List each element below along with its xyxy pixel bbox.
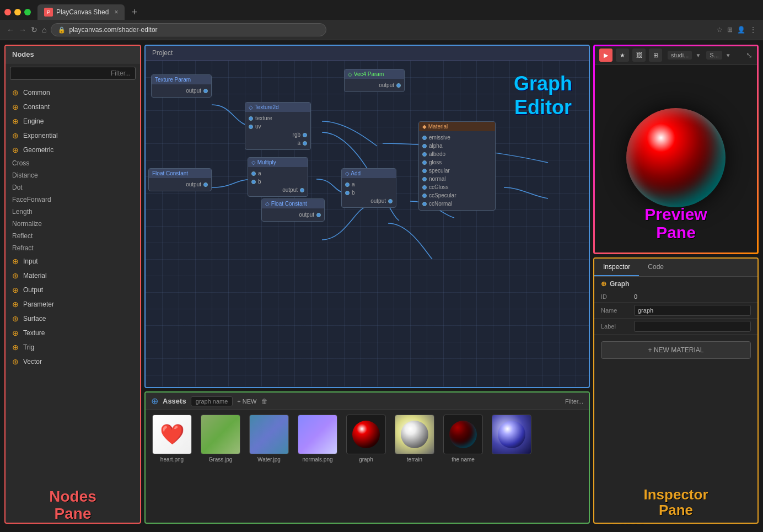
inspector-pane: Inspector Code ⊕ Graph ID 0 Name Label +… — [593, 257, 759, 524]
assets-tab-name[interactable]: graph name — [191, 396, 233, 406]
sidebar-item-material[interactable]: ⊕ Material — [6, 268, 140, 283]
sidebar-item-exponential[interactable]: ⊕ Exponential — [6, 128, 140, 143]
minimize-button[interactable] — [14, 9, 21, 15]
port-dot-out — [203, 182, 208, 187]
nodes-filter-input[interactable] — [10, 67, 136, 80]
port-ccgloss: ccGloss — [422, 183, 492, 191]
preview-tab-studio[interactable]: studi... — [668, 51, 692, 60]
port-albedo: albedo — [422, 150, 492, 158]
tab-close-button[interactable]: × — [114, 8, 118, 16]
preview-play-button[interactable]: ▶ — [599, 49, 612, 62]
preview-scene-button[interactable]: ⊞ — [649, 49, 662, 62]
assets-filter-button[interactable]: Filter... — [565, 398, 583, 405]
sidebar-item-texture[interactable]: ⊕ Texture — [6, 326, 140, 340]
sidebar-item-surface[interactable]: ⊕ Surface — [6, 311, 140, 326]
node-item-length[interactable]: Length — [6, 206, 140, 218]
asset-normals[interactable]: normals.png — [295, 415, 340, 516]
preview-pane-label: Preview Pane — [595, 205, 757, 241]
nodes-list: ⊕ Common ⊕ Constant ⊕ Engine ⊕ Exponenti… — [6, 83, 140, 484]
extensions-icon[interactable]: ⊞ — [727, 26, 733, 34]
active-tab[interactable]: P PlayCanvas Shed × — [37, 4, 125, 20]
preview-image-button[interactable]: 🖼 — [632, 49, 646, 62]
node-item-normalize[interactable]: Normalize — [6, 218, 140, 230]
home-button[interactable]: ⌂ — [42, 25, 46, 34]
port-a: a — [251, 169, 304, 178]
inspector-pane-label: Inspector Pane — [599, 487, 753, 518]
sidebar-item-common[interactable]: ⊕ Common — [6, 85, 140, 100]
node-float-constant-2[interactable]: ◇ Float Constant output — [261, 198, 325, 222]
tab-label: PlayCanvas Shed — [56, 8, 109, 16]
node-vec4-param[interactable]: ◇ Vec4 Param output — [344, 69, 405, 92]
preview-star-button[interactable]: ★ — [616, 49, 629, 62]
tab-code[interactable]: Code — [639, 259, 673, 276]
assets-grid: ❤️ heart.png Grass.jpg Water.jpg normals… — [146, 410, 589, 520]
node-vec4-param-header: ◇ Vec4 Param — [345, 69, 404, 79]
asset-thumb-graph — [346, 415, 386, 454]
node-item-faceforward[interactable]: FaceForward — [6, 194, 140, 206]
asset-thumb-normals — [298, 415, 337, 454]
vector-expand-icon: ⊕ — [12, 357, 19, 366]
node-item-dot[interactable]: Dot — [6, 181, 140, 194]
sidebar-item-output[interactable]: ⊕ Output — [6, 283, 140, 297]
maximize-button[interactable] — [24, 9, 31, 15]
assets-delete-button[interactable]: 🗑 — [261, 397, 268, 405]
tab-inspector[interactable]: Inspector — [594, 259, 639, 276]
graph-editor[interactable]: Project — [144, 45, 590, 388]
asset-bluesphere[interactable] — [490, 415, 534, 516]
node-item-reflect[interactable]: Reflect — [6, 230, 140, 242]
node-multiply[interactable]: ◇ Multiply a b output — [248, 157, 308, 197]
sidebar-item-constant[interactable]: ⊕ Constant — [6, 100, 140, 114]
node-float-constant-1[interactable]: Float Constant output — [148, 168, 212, 191]
asset-name-terrain: terrain — [407, 456, 422, 463]
sidebar-item-engine[interactable]: ⊕ Engine — [6, 114, 140, 128]
assets-new-button[interactable]: + NEW — [237, 398, 256, 405]
preview-expand-icon[interactable]: ⤡ — [746, 51, 753, 60]
sidebar-item-trig[interactable]: ⊕ Trig — [6, 340, 140, 354]
bookmark-icon[interactable]: ☆ — [717, 26, 723, 34]
new-tab-button[interactable]: + — [127, 7, 142, 18]
preview-tab-s[interactable]: S... — [706, 51, 722, 60]
node-texture-param[interactable]: Texture Param output — [151, 74, 212, 98]
profile-icon[interactable]: 👤 — [737, 26, 745, 34]
label-input[interactable] — [634, 321, 751, 332]
asset-terrain[interactable]: terrain — [393, 415, 437, 516]
asset-heart[interactable]: ❤️ heart.png — [150, 415, 194, 516]
asset-water[interactable]: Water.jpg — [247, 415, 291, 516]
more-icon[interactable]: ⋮ — [750, 26, 756, 34]
node-item-cross[interactable]: Cross — [6, 157, 140, 169]
new-material-button[interactable]: + NEW MATERIAL — [601, 341, 751, 359]
port-dot-in — [422, 202, 427, 206]
node-texture2d[interactable]: ◇ Texture2d texture uv rgb — [245, 102, 311, 150]
sidebar-item-geometric[interactable]: ⊕ Geometric — [6, 143, 140, 157]
port-dot-out — [303, 133, 307, 137]
asset-graph[interactable]: graph — [344, 415, 388, 516]
back-button[interactable]: ← — [7, 25, 14, 34]
forward-button[interactable]: → — [19, 25, 26, 34]
url-bar[interactable]: 🔒 playcanvas.com/shader-editor — [51, 23, 326, 36]
input-expand-icon: ⊕ — [12, 257, 19, 266]
node-item-refract[interactable]: Refract — [6, 242, 140, 254]
node-material[interactable]: ◆ Material emissive alpha albedo — [418, 121, 496, 211]
node-item-distance[interactable]: Distance — [6, 169, 140, 181]
port-dot-in — [422, 160, 427, 165]
port-output: output — [155, 87, 208, 95]
close-button[interactable] — [4, 9, 11, 15]
graph-canvas[interactable]: Texture Param output ◇ Vec4 Param output — [146, 61, 589, 386]
main-layout: Nodes ⊕ Common ⊕ Constant ⊕ Engine ⊕ Exp… — [0, 40, 763, 528]
port-a: a — [345, 180, 393, 189]
node-add[interactable]: ◇ Add a b output — [341, 168, 396, 208]
sidebar-item-vector[interactable]: ⊕ Vector — [6, 354, 140, 369]
texture-label: Texture — [23, 329, 45, 337]
browser-chrome: P PlayCanvas Shed × + ← → ↻ ⌂ 🔒 playcanv… — [0, 0, 763, 40]
sidebar-item-parameter[interactable]: ⊕ Parameter — [6, 297, 140, 311]
port-dot-out — [316, 213, 321, 217]
nodes-pane-label: Nodes Pane — [6, 488, 140, 523]
node-multiply-header: ◇ Multiply — [248, 158, 308, 167]
surface-expand-icon: ⊕ — [12, 314, 19, 323]
sidebar-item-input[interactable]: ⊕ Input — [6, 254, 140, 268]
refresh-button[interactable]: ↻ — [31, 25, 37, 34]
name-input[interactable] — [634, 305, 751, 316]
asset-thename[interactable]: the name — [441, 415, 485, 516]
asset-grass[interactable]: Grass.jpg — [198, 415, 243, 516]
id-value: 0 — [634, 293, 751, 300]
